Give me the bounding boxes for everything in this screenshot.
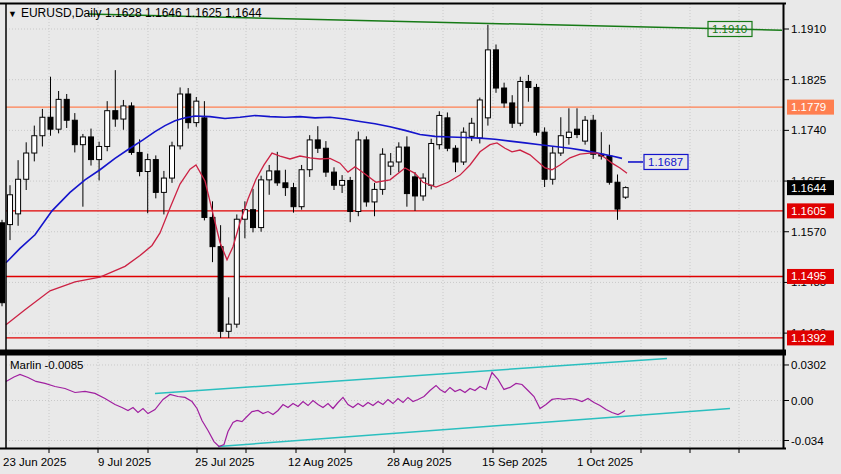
date-label: 15 Sep 2025 — [482, 456, 547, 468]
candle-bearish — [348, 180, 353, 211]
candle-bearish — [64, 99, 69, 120]
candle-bearish — [275, 171, 280, 183]
candle-bullish — [583, 120, 588, 141]
candle-bullish — [469, 123, 474, 136]
price-badge-label: 1.1605 — [791, 205, 826, 217]
candle-bearish — [534, 87, 539, 132]
chart-title-bar: ▼EURUSD,Daily 1.1628 1.1646 1.1625 1.164… — [8, 6, 262, 20]
candle-bearish — [218, 247, 223, 332]
price-badge-label: 1.1779 — [791, 101, 826, 113]
candle-bearish — [315, 140, 320, 148]
time-axis[interactable]: 23 Jun 20259 Jul 202525 Jul 202512 Aug 2… — [3, 449, 739, 468]
candle-bearish — [0, 223, 5, 303]
candle-bullish — [477, 100, 482, 138]
ohlc-summary: 1.1628 1.1646 1.1625 1.1644 — [105, 6, 262, 20]
candle-bullish — [145, 160, 150, 172]
date-label: 25 Jul 2025 — [195, 456, 254, 468]
candle-bullish — [32, 136, 37, 153]
horizontal-level-lines[interactable] — [6, 107, 783, 338]
candle-bullish — [267, 171, 272, 180]
candle-bearish — [591, 120, 596, 154]
candle-bearish — [153, 160, 158, 193]
candle-bullish — [161, 178, 166, 192]
date-label: 23 Jun 2025 — [3, 456, 66, 468]
price-tick-label: 1.1740 — [791, 124, 826, 136]
candle-bullish — [8, 195, 13, 225]
indicator-tick-label: 0.00 — [791, 395, 813, 407]
candle-bearish — [72, 120, 77, 144]
candle-bullish — [97, 146, 102, 159]
marlin-line — [6, 373, 625, 447]
candle-bearish — [494, 50, 499, 88]
blue-ma-line[interactable] — [6, 115, 622, 262]
candle-bearish — [364, 140, 369, 202]
candle-bullish — [80, 137, 85, 145]
cyan-channel-upper[interactable] — [155, 359, 667, 394]
candle-bullish — [429, 143, 434, 185]
candle-bearish — [445, 118, 450, 148]
candle-bullish — [623, 188, 628, 198]
candle-bearish — [510, 103, 515, 123]
symbol-period-label: EURUSD,Daily — [21, 6, 102, 20]
price-badge-label: 1.1644 — [791, 182, 827, 194]
candle-bullish — [226, 324, 231, 331]
candle-bullish — [340, 180, 345, 185]
candle-bullish — [121, 106, 126, 119]
level-callout-labels: 1.1687 — [644, 154, 688, 169]
chart-dropdown-icon[interactable]: ▼ — [8, 9, 17, 19]
date-label: 9 Jul 2025 — [98, 456, 151, 468]
candle-bearish — [323, 148, 328, 172]
candle-bearish — [575, 129, 580, 134]
price-tick-label: 1.1825 — [791, 74, 826, 86]
candle-bearish — [89, 137, 94, 160]
candle-bearish — [502, 88, 507, 103]
candle-bearish — [413, 177, 418, 196]
pane-borders — [0, 4, 786, 450]
candles — [0, 25, 628, 338]
blue-ma-label: 1.1687 — [648, 156, 683, 168]
candle-bearish — [542, 132, 547, 179]
date-label: 1 Oct 2025 — [577, 456, 633, 468]
candle-bullish — [307, 140, 312, 170]
marlin-indicator[interactable] — [6, 359, 730, 447]
candle-bullish — [105, 111, 110, 147]
indicator-label: Marlin -0.0085 — [10, 359, 84, 371]
candle-bearish — [291, 188, 296, 207]
candle-bullish — [558, 136, 563, 153]
candle-bearish — [526, 81, 531, 87]
candle-bearish — [113, 111, 118, 119]
candle-bearish — [210, 217, 215, 246]
candle-bullish — [388, 162, 393, 166]
price-tick-label: 1.1910 — [791, 23, 826, 35]
candle-bullish — [566, 132, 571, 137]
date-label: 28 Aug 2025 — [387, 456, 452, 468]
indicator-tick-label: -0.034 — [791, 435, 824, 447]
candle-bullish — [518, 81, 523, 123]
candle-bullish — [356, 140, 361, 212]
price-axis[interactable]: 1.19101.18251.17401.16551.15701.14851.14… — [784, 23, 834, 447]
candle-bullish — [299, 170, 304, 207]
candle-bullish — [24, 153, 29, 179]
price-badge-label: 1.1495 — [791, 270, 826, 282]
candle-bullish — [372, 189, 377, 202]
candle-bearish — [202, 118, 207, 218]
candle-bullish — [40, 117, 45, 135]
candle-bullish — [380, 154, 385, 189]
pane-separator[interactable] — [0, 350, 786, 356]
candle-bullish — [16, 179, 21, 214]
candle-bearish — [332, 172, 337, 185]
price-tick-label: 1.1570 — [791, 226, 826, 238]
candle-bullish — [194, 101, 199, 122]
candle-bullish — [259, 180, 264, 228]
candle-bullish — [485, 50, 490, 118]
green-level-label: 1.1910 — [712, 23, 747, 35]
price-badge-label: 1.1392 — [791, 332, 826, 344]
candle-bearish — [283, 183, 288, 188]
chart-canvas[interactable]: 1.1910 1.19101.18251.17401.16551.15701.1… — [0, 0, 841, 474]
candle-bearish — [615, 182, 620, 209]
grid — [6, 4, 783, 448]
candle-bullish — [170, 146, 175, 178]
candle-bullish — [550, 153, 555, 179]
indicator-tick-label: 0.0302 — [791, 359, 826, 371]
candle-bearish — [453, 148, 458, 162]
